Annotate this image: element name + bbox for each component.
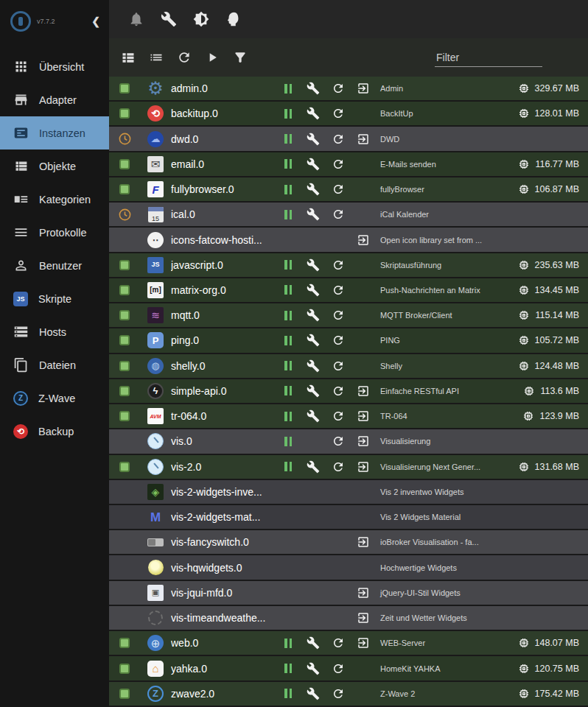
instance-row-vis-fancyswitch0[interactable]: vis-fancyswitch.0ioBroker Visualisation … bbox=[109, 530, 588, 555]
instance-row-matrix-org0[interactable]: [m]matrix-org.0Push-Nachrichten an Matri… bbox=[109, 278, 588, 303]
open-instance-button[interactable] bbox=[357, 133, 370, 146]
reload-icon[interactable] bbox=[177, 50, 192, 65]
pause-instance-button[interactable] bbox=[284, 361, 292, 370]
open-instance-button[interactable] bbox=[357, 611, 370, 625]
restart-instance-button[interactable] bbox=[332, 435, 345, 448]
collapse-sidebar-button[interactable]: ❮ bbox=[91, 15, 100, 27]
restart-instance-button[interactable] bbox=[332, 183, 345, 196]
restart-instance-button[interactable] bbox=[332, 409, 345, 423]
instance-row-yahka0[interactable]: ⌂yahka.0HomeKit YAHKA 120.75 MB bbox=[109, 656, 588, 681]
instance-row-vis-timeandweathe[interactable]: vis-timeandweathe...Zeit und Wetter Widg… bbox=[109, 606, 588, 631]
restart-instance-button[interactable] bbox=[332, 460, 345, 474]
restart-instance-button[interactable] bbox=[332, 82, 345, 95]
filter-input[interactable] bbox=[435, 49, 542, 67]
instance-settings-button[interactable] bbox=[307, 687, 320, 700]
restart-instance-button[interactable] bbox=[332, 107, 345, 120]
restart-instance-button[interactable] bbox=[332, 636, 345, 650]
sidebar-item-kategorien[interactable]: Kategorien bbox=[0, 183, 109, 216]
pause-instance-button[interactable] bbox=[284, 689, 292, 698]
restart-instance-button[interactable] bbox=[332, 158, 345, 171]
sidebar-item-hosts[interactable]: Hosts bbox=[0, 315, 109, 348]
instance-settings-button[interactable] bbox=[307, 409, 320, 423]
theme-toggle-icon[interactable] bbox=[193, 11, 209, 27]
restart-instance-button[interactable] bbox=[332, 309, 345, 322]
instance-row-email0[interactable]: ✉email.0E-Mails senden 116.77 MB bbox=[109, 152, 588, 177]
open-instance-button[interactable] bbox=[357, 233, 370, 247]
instance-row-tr-0640[interactable]: AVMtr-064.0TR-064 123.9 MB bbox=[109, 404, 588, 429]
sidebar-item-instanzen[interactable]: Instanzen bbox=[0, 116, 109, 150]
instance-settings-button[interactable] bbox=[307, 284, 320, 297]
open-instance-button[interactable] bbox=[357, 636, 370, 650]
sidebar-item-objekte[interactable]: Objekte bbox=[0, 150, 109, 183]
instance-row-zwave20[interactable]: Zzwave2.0Z-Wave 2 175.42 MB bbox=[109, 682, 588, 707]
instance-row-vis0[interactable]: vis.0Visualisierung bbox=[109, 429, 588, 454]
instance-row-ping0[interactable]: Pping.0PING 105.72 MB bbox=[109, 328, 588, 354]
open-instance-button[interactable] bbox=[357, 460, 370, 474]
restart-instance-button[interactable] bbox=[332, 208, 345, 221]
instance-row-shelly0[interactable]: ◍shelly.0Shelly 124.48 MB bbox=[109, 354, 588, 379]
pause-instance-button[interactable] bbox=[284, 412, 292, 421]
restart-instance-button[interactable] bbox=[332, 133, 345, 146]
instance-row-backitup0[interactable]: ⟲backitup.0BackItUp 128.01 MB bbox=[109, 102, 588, 127]
instance-row-dwd0[interactable]: ☁dwd.0DWD bbox=[109, 127, 588, 152]
instance-row-ical0[interactable]: 15ical.0iCal Kalender bbox=[109, 203, 588, 228]
open-instance-button[interactable] bbox=[357, 435, 370, 448]
instance-settings-button[interactable] bbox=[307, 636, 320, 650]
sidebar-item-backup[interactable]: ⟲Backup bbox=[0, 415, 109, 448]
instance-row-admin0[interactable]: ⚙admin.0Admin 329.67 MB bbox=[109, 77, 588, 102]
open-instance-button[interactable] bbox=[357, 409, 370, 423]
instance-settings-button[interactable] bbox=[307, 158, 320, 171]
open-instance-button[interactable] bbox=[357, 82, 370, 95]
pause-instance-button[interactable] bbox=[284, 210, 292, 219]
sidebar-item-uebersicht[interactable]: Übersicht bbox=[0, 50, 109, 83]
instance-row-vis-hqwidgets0[interactable]: vis-hqwidgets.0Hochwertige Widgets bbox=[109, 555, 588, 580]
pause-instance-button[interactable] bbox=[284, 336, 292, 345]
restart-instance-button[interactable] bbox=[332, 258, 345, 272]
sidebar-item-skripte[interactable]: JSSkripte bbox=[0, 282, 109, 315]
restart-instance-button[interactable] bbox=[332, 662, 345, 675]
restart-instance-button[interactable] bbox=[332, 384, 345, 398]
instance-settings-button[interactable] bbox=[307, 133, 320, 146]
pause-instance-button[interactable] bbox=[284, 185, 292, 194]
open-instance-button[interactable] bbox=[357, 384, 370, 398]
play-all-icon[interactable] bbox=[205, 50, 220, 65]
instance-row-fullybrowser0[interactable]: Ffullybrowser.0fullyBrowser 106.87 MB bbox=[109, 177, 588, 203]
instance-settings-button[interactable] bbox=[307, 460, 320, 474]
restart-instance-button[interactable] bbox=[332, 687, 345, 700]
pause-instance-button[interactable] bbox=[284, 639, 292, 648]
open-instance-button[interactable] bbox=[357, 535, 370, 549]
instance-settings-button[interactable] bbox=[307, 359, 320, 373]
instance-row-vis-2-widgets-mat[interactable]: Mvis-2-widgets-mat...Vis 2 Widgets Mater… bbox=[109, 505, 588, 530]
restart-instance-button[interactable] bbox=[332, 334, 345, 347]
instance-row-mqtt0[interactable]: ≋mqtt.0MQTT Broker/Client 115.14 MB bbox=[109, 303, 588, 328]
pause-instance-button[interactable] bbox=[284, 109, 292, 119]
instance-settings-button[interactable] bbox=[307, 107, 320, 120]
filter-funnel-icon[interactable] bbox=[233, 50, 248, 65]
sidebar-item-benutzer[interactable]: Benutzer bbox=[0, 249, 109, 282]
instance-settings-button[interactable] bbox=[307, 183, 320, 196]
pause-instance-button[interactable] bbox=[284, 159, 292, 169]
pause-instance-button[interactable] bbox=[284, 462, 292, 471]
instance-settings-button[interactable] bbox=[307, 384, 320, 398]
sidebar-item-adapter[interactable]: Adapter bbox=[0, 83, 109, 116]
pause-instance-button[interactable] bbox=[284, 386, 292, 395]
instance-settings-button[interactable] bbox=[307, 258, 320, 272]
notifications-icon[interactable] bbox=[128, 11, 144, 27]
pause-instance-button[interactable] bbox=[284, 134, 292, 144]
instance-row-javascript0[interactable]: JSjavascript.0Skriptausführung 235.63 MB bbox=[109, 253, 588, 278]
expert-mode-icon[interactable] bbox=[225, 11, 242, 27]
instance-row-icons-fatcow-hosti[interactable]: icons-fatcow-hosti...Open icon library s… bbox=[109, 228, 588, 253]
instance-settings-button[interactable] bbox=[307, 208, 320, 221]
sidebar-item-dateien[interactable]: Dateien bbox=[0, 348, 109, 381]
restart-instance-button[interactable] bbox=[332, 284, 345, 297]
list-view-icon[interactable] bbox=[149, 50, 164, 65]
instance-row-vis-2-widgets-inve[interactable]: ◈vis-2-widgets-inve...Vis 2 inventwo Wid… bbox=[109, 480, 588, 505]
restart-instance-button[interactable] bbox=[332, 359, 345, 373]
sidebar-item-zwave[interactable]: ZZ-Wave bbox=[0, 381, 109, 415]
pause-instance-button[interactable] bbox=[284, 311, 292, 320]
sidebar-item-protokolle[interactable]: Protokolle bbox=[0, 216, 109, 249]
view-mode-icon[interactable] bbox=[121, 50, 136, 65]
pause-instance-button[interactable] bbox=[284, 437, 292, 446]
instance-row-vis-jqui-mfd0[interactable]: ▣vis-jqui-mfd.0jQuery-UI-Stil Widgets bbox=[109, 581, 588, 606]
instance-row-vis-20[interactable]: vis-2.0Visualisierung Next Gener... 131.… bbox=[109, 455, 588, 480]
